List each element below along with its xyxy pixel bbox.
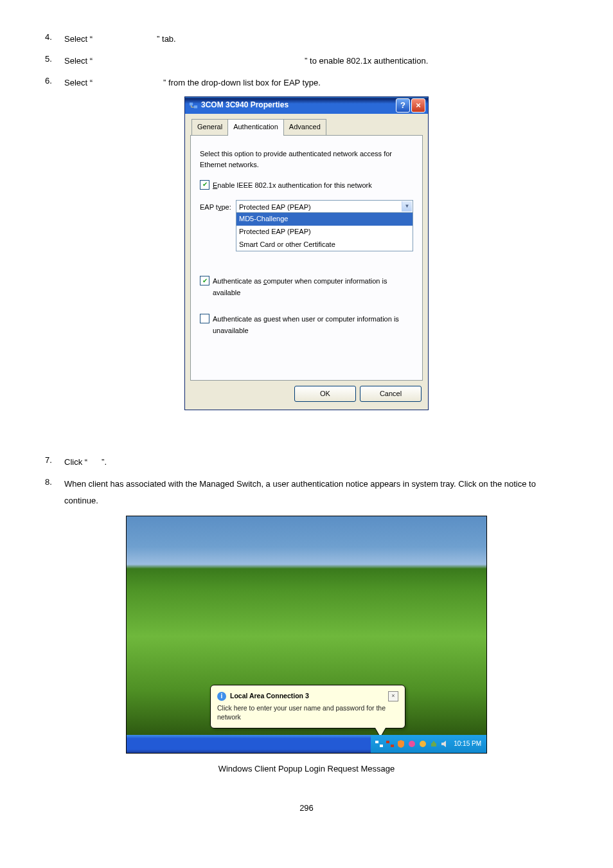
auth-as-computer-label: Authenticate as computer when computer i… <box>213 276 413 298</box>
balloon-title: Local Area Connection 3 <box>230 691 388 701</box>
taskbar: 10:15 PM <box>127 735 486 753</box>
desktop-wallpaper: i Local Area Connection 3 × Click here t… <box>127 516 486 735</box>
enable-8021x-label: EEnable IEEE 802.1x authentication for t… <box>213 180 372 192</box>
cancel-button[interactable]: Cancel <box>360 386 422 402</box>
tray-remove-icon[interactable] <box>429 739 438 748</box>
svg-rect-2 <box>375 741 378 743</box>
network-icon <box>189 101 198 110</box>
properties-dialog: 3COM 3C940 Properties ? × General Authen… <box>184 96 429 410</box>
notification-balloon[interactable]: i Local Area Connection 3 × Click here t… <box>210 685 405 728</box>
auth-as-guest-label: Authenticate as guest when user or compu… <box>213 314 413 336</box>
step5-num: 5. <box>45 53 64 69</box>
svg-point-6 <box>409 741 415 747</box>
checkbox-icon[interactable]: ✔ <box>200 180 209 190</box>
tray-volume-icon[interactable] <box>440 739 449 748</box>
help-button[interactable]: ? <box>396 98 410 113</box>
close-button[interactable]: × <box>411 98 425 113</box>
step6-text: Select “” from the drop-down list box fo… <box>64 75 568 91</box>
eap-type-label: EAP type: <box>200 200 236 213</box>
step7-num: 7. <box>45 454 64 471</box>
step5-text: Select “” to enable 802.1x authenticatio… <box>64 53 568 69</box>
figure-caption: Windows Client Popup Login Request Messa… <box>45 763 568 776</box>
system-tray: 10:15 PM <box>371 735 486 753</box>
eap-option-peap[interactable]: Protected EAP (PEAP) <box>236 226 413 239</box>
auth-as-guest-row[interactable]: Authenticate as guest when user or compu… <box>200 314 413 336</box>
desktop-screenshot: i Local Area Connection 3 × Click here t… <box>126 516 487 754</box>
checkbox-icon[interactable] <box>200 314 209 323</box>
step4-num: 4. <box>45 31 64 48</box>
page-number: 296 <box>45 802 568 815</box>
ok-button[interactable]: OK <box>294 386 356 402</box>
balloon-close-button[interactable]: × <box>388 691 398 701</box>
tabs: General Authentication Advanced <box>185 114 428 135</box>
tray-app1-icon[interactable] <box>407 739 416 748</box>
svg-point-7 <box>420 741 426 747</box>
eap-type-combo[interactable]: Protected EAP (PEAP) ▼ MD5-Challenge Pro… <box>236 200 413 251</box>
eap-option-smartcard[interactable]: Smart Card or other Certificate <box>236 239 413 251</box>
checkbox-icon[interactable]: ✔ <box>200 276 209 285</box>
tray-network2-icon[interactable] <box>386 739 395 748</box>
step8-text: When client has associated with the Mana… <box>64 476 568 509</box>
tab-general[interactable]: General <box>191 119 228 135</box>
eap-option-md5[interactable]: MD5-Challenge <box>236 213 413 226</box>
svg-rect-8 <box>431 743 436 746</box>
svg-rect-0 <box>190 103 193 105</box>
tray-shield-icon[interactable] <box>396 739 405 748</box>
tray-app2-icon[interactable] <box>418 739 427 748</box>
svg-rect-5 <box>391 745 394 747</box>
auth-as-computer-row[interactable]: ✔ Authenticate as computer when computer… <box>200 276 413 298</box>
eap-selected: Protected EAP (PEAP) <box>236 201 413 212</box>
intro-text: Select this option to provide authentica… <box>200 149 413 171</box>
tab-authentication[interactable]: Authentication <box>227 119 284 136</box>
info-icon: i <box>217 692 226 701</box>
tray-network-icon[interactable] <box>375 739 384 748</box>
step4-text: Select “” tab. <box>64 31 568 48</box>
step6-num: 6. <box>45 75 64 91</box>
eap-dropdown-list: MD5-Challenge Protected EAP (PEAP) Smart… <box>236 212 413 251</box>
svg-rect-4 <box>386 741 389 743</box>
svg-rect-1 <box>194 105 197 108</box>
balloon-text: Click here to enter your user name and p… <box>217 704 398 721</box>
tab-content: Select this option to provide authentica… <box>190 135 423 381</box>
dialog-title: 3COM 3C940 Properties <box>201 99 396 111</box>
taskbar-clock[interactable]: 10:15 PM <box>454 739 481 749</box>
tab-advanced[interactable]: Advanced <box>283 119 326 135</box>
step7-text: Click “”. <box>64 454 568 471</box>
titlebar: 3COM 3C940 Properties ? × <box>185 97 428 114</box>
chevron-down-icon[interactable]: ▼ <box>402 201 412 212</box>
enable-8021x-row[interactable]: ✔ EEnable IEEE 802.1x authentication for… <box>200 180 413 192</box>
svg-rect-3 <box>380 745 383 747</box>
step8-num: 8. <box>45 476 64 509</box>
